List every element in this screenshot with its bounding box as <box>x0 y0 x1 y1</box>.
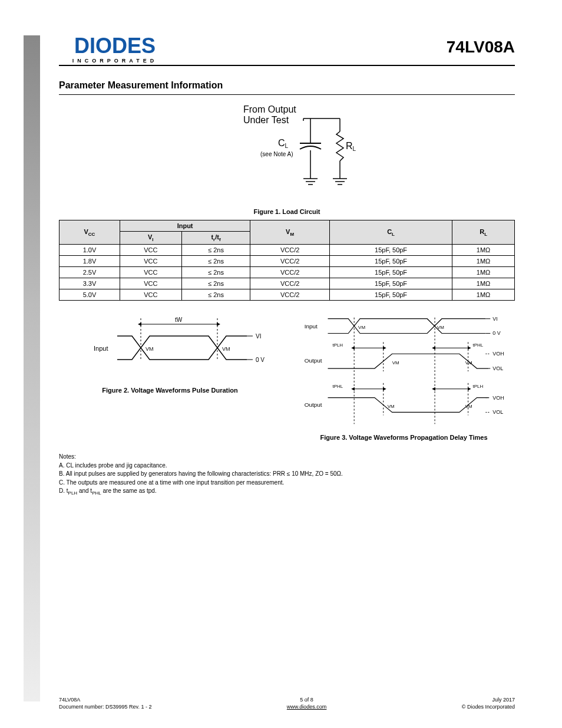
figure-load-circuit: From Output Under Test CL (see Note A) <box>59 102 515 203</box>
svg-text:Output: Output <box>305 357 322 364</box>
lbl-tw: tW <box>175 317 183 323</box>
svg-text:tPHL: tPHL <box>332 384 343 389</box>
th-vi: VI <box>120 232 181 245</box>
svg-text:0 V: 0 V <box>492 331 500 337</box>
label-rl-sub: L <box>353 146 356 152</box>
svg-text:tPLH: tPLH <box>473 384 484 389</box>
label-from-output: From Output <box>243 104 296 114</box>
table-row: 5.0V VCC ≤ 2ns VCC/2 15pF, 50pF 1MΩ <box>59 289 515 301</box>
svg-text:CL: CL <box>278 138 289 149</box>
label-note-a: (see Note A) <box>260 151 293 157</box>
label-cl: C <box>278 138 285 148</box>
lbl-vm: VM <box>146 346 154 352</box>
figure1-caption: Figure 1. Load Circuit <box>59 208 515 215</box>
svg-text:VM: VM <box>388 404 395 410</box>
note-d: D. tPLH and tPHL are the same as tpd. <box>59 487 157 494</box>
th-vm: VM <box>250 220 330 245</box>
logo-subtext: INCORPORATED <box>72 58 157 64</box>
label-cl-sub: L <box>285 143 289 149</box>
lbl-vm2: VM <box>222 346 230 352</box>
table-row: 1.8V VCC ≤ 2ns VCC/2 15pF, 50pF 1MΩ <box>59 256 515 267</box>
logo-text: DIODES <box>74 35 156 57</box>
th-trtf: tr/tf <box>181 232 250 245</box>
th-vcc: VCC <box>59 220 120 245</box>
lbl-0v: 0 V <box>256 357 265 363</box>
table-row: 3.3V VCC ≤ 2ns VCC/2 15pF, 50pF 1MΩ <box>59 278 515 289</box>
parameter-table: VCC Input VM CL RL VI tr/tf 1.0V VCC ≤ 2… <box>59 220 515 301</box>
svg-text:RL: RL <box>346 141 356 152</box>
note-b: B. All input pulses are supplied by gene… <box>59 470 343 477</box>
svg-text:VM: VM <box>392 360 399 365</box>
svg-text:Output: Output <box>305 401 322 408</box>
svg-text:tPLH: tPLH <box>332 343 343 348</box>
svg-text:VOL: VOL <box>492 365 503 371</box>
footer-right: July 2017 © Diodes Incorporated <box>462 696 515 710</box>
figure3-caption: Figure 3. Voltage Waveforms Propagation … <box>293 434 515 441</box>
lbl-vi: VI <box>256 333 261 340</box>
notes-lead: Notes: <box>59 453 76 460</box>
svg-text:VOH: VOH <box>492 395 504 401</box>
label-rl: R <box>346 141 353 151</box>
lbl-input3: Input <box>305 323 318 330</box>
footer-link[interactable]: www.diodes.com <box>287 704 327 710</box>
page-footer: 74LV08A Document number: DS39995 Rev. 1 … <box>59 696 515 710</box>
table-row: 1.0V VCC ≤ 2ns VCC/2 15pF, 50pF 1MΩ <box>59 245 515 256</box>
svg-text:VOL: VOL <box>492 410 503 416</box>
part-number: 74LV08A <box>447 38 515 61</box>
svg-text:VM: VM <box>437 325 444 330</box>
svg-text:tPHL: tPHL <box>473 343 484 348</box>
figure2-pulse-duration: tW Input VM VM VI 0 V Figure 2. Voltage … <box>59 312 281 446</box>
svg-text:VM: VM <box>465 360 472 365</box>
label-under-test: Under Test <box>243 115 289 125</box>
svg-text:VI: VI <box>492 316 497 322</box>
th-rl: RL <box>452 220 515 245</box>
th-input: Input <box>120 220 250 232</box>
table-row: 2.5V VCC ≤ 2ns VCC/2 15pF, 50pF 1MΩ <box>59 267 515 278</box>
company-logo: DIODES INCORPORATED <box>59 35 171 64</box>
figure2-caption: Figure 2. Voltage Waveforms Pulse Durati… <box>59 387 281 394</box>
lbl-input: Input <box>94 345 108 352</box>
footer-center: 5 of 8 www.diodes.com <box>287 696 327 710</box>
page-header: DIODES INCORPORATED 74LV08A <box>59 35 515 66</box>
svg-text:VOH: VOH <box>492 351 504 357</box>
note-c: C. The outputs are measured one at a tim… <box>59 479 284 486</box>
section-title: Parameter Measurement Information <box>59 78 515 95</box>
svg-text:VM: VM <box>465 404 472 410</box>
notes-block: Notes: A. CL includes probe and jig capa… <box>59 453 515 497</box>
footer-left: 74LV08A Document number: DS39995 Rev. 1 … <box>59 696 151 710</box>
svg-text:VM: VM <box>358 325 365 330</box>
th-cl: CL <box>329 220 452 245</box>
figure3-prop-delay: Input VM VM VI 0 V tPLH tPHL Output V <box>293 312 515 446</box>
left-gradient-bar <box>24 35 40 701</box>
note-a: A. CL includes probe and jig capacitance… <box>59 462 167 469</box>
